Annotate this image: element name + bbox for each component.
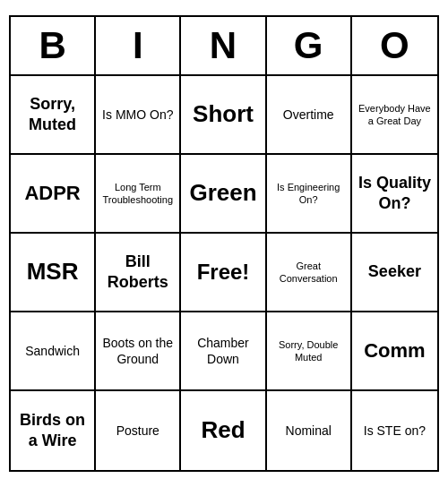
cell-text-r1-c3: Is Engineering On? <box>271 181 347 207</box>
cell-text-r2-c1: Bill Roberts <box>99 252 176 294</box>
cell-r1-c3: Is Engineering On? <box>267 155 352 234</box>
cell-r4-c2: Red <box>181 391 266 470</box>
cell-text-r4-c3: Nominal <box>286 423 332 439</box>
cell-text-r2-c2: Free! <box>197 258 250 286</box>
cell-r2-c4: Seeker <box>352 234 437 312</box>
cell-r0-c4: Everybody Have a Great Day <box>352 76 437 155</box>
cell-r3-c1: Boots on the Ground <box>96 312 181 391</box>
cell-text-r4-c2: Red <box>201 415 245 446</box>
cell-r1-c4: Is Quality On? <box>352 155 437 234</box>
cell-r0-c0: Sorry, Muted <box>11 76 96 155</box>
cell-text-r4-c0: Birds on a Wire <box>14 410 90 452</box>
cell-r2-c2: Free! <box>181 234 266 312</box>
header-letter-b: B <box>11 17 96 74</box>
cell-r1-c0: ADPR <box>11 155 96 234</box>
cell-text-r2-c0: MSR <box>27 257 79 287</box>
header-letter-i: I <box>96 17 181 74</box>
cell-text-r1-c1: Long Term Troubleshooting <box>99 181 176 207</box>
cell-text-r0-c4: Everybody Have a Great Day <box>356 102 434 128</box>
cell-text-r1-c4: Is Quality On? <box>356 173 434 215</box>
cell-r0-c2: Short <box>181 76 266 155</box>
header-letter-n: N <box>181 17 266 74</box>
cell-text-r3-c3: Sorry, Double Muted <box>271 338 347 364</box>
cell-text-r0-c0: Sorry, Muted <box>14 94 90 136</box>
bingo-grid: Sorry, MutedIs MMO On?ShortOvertimeEvery… <box>11 76 437 470</box>
cell-r1-c1: Long Term Troubleshooting <box>96 155 181 234</box>
cell-r4-c3: Nominal <box>267 391 352 470</box>
cell-r0-c1: Is MMO On? <box>96 76 181 155</box>
cell-text-r4-c4: Is STE on? <box>364 423 426 439</box>
cell-text-r3-c4: Comm <box>364 338 425 364</box>
cell-text-r0-c3: Overtime <box>283 107 334 123</box>
cell-r1-c2: Green <box>181 155 266 234</box>
cell-r4-c4: Is STE on? <box>352 391 437 470</box>
cell-r4-c0: Birds on a Wire <box>11 391 96 470</box>
cell-text-r1-c0: ADPR <box>24 181 80 207</box>
cell-text-r4-c1: Posture <box>116 423 159 439</box>
cell-text-r3-c1: Boots on the Ground <box>99 335 176 367</box>
bingo-card: BINGO Sorry, MutedIs MMO On?ShortOvertim… <box>9 15 439 472</box>
bingo-header: BINGO <box>11 17 437 76</box>
cell-r3-c3: Sorry, Double Muted <box>267 312 352 391</box>
cell-text-r3-c2: Chamber Down <box>185 335 261 367</box>
cell-r2-c1: Bill Roberts <box>96 234 181 312</box>
cell-text-r0-c2: Short <box>193 99 254 130</box>
cell-r2-c3: Great Conversation <box>267 234 352 312</box>
cell-r0-c3: Overtime <box>267 76 352 155</box>
cell-text-r3-c0: Sandwich <box>25 343 80 359</box>
cell-r3-c0: Sandwich <box>11 312 96 391</box>
header-letter-o: O <box>352 17 437 74</box>
cell-text-r2-c3: Great Conversation <box>271 260 347 286</box>
cell-text-r2-c4: Seeker <box>368 261 421 282</box>
header-letter-g: G <box>267 17 352 74</box>
cell-text-r1-c2: Green <box>189 178 256 209</box>
cell-r4-c1: Posture <box>96 391 181 470</box>
cell-r3-c4: Comm <box>352 312 437 391</box>
cell-r3-c2: Chamber Down <box>181 312 266 391</box>
cell-text-r0-c1: Is MMO On? <box>102 107 173 123</box>
cell-r2-c0: MSR <box>11 234 96 312</box>
